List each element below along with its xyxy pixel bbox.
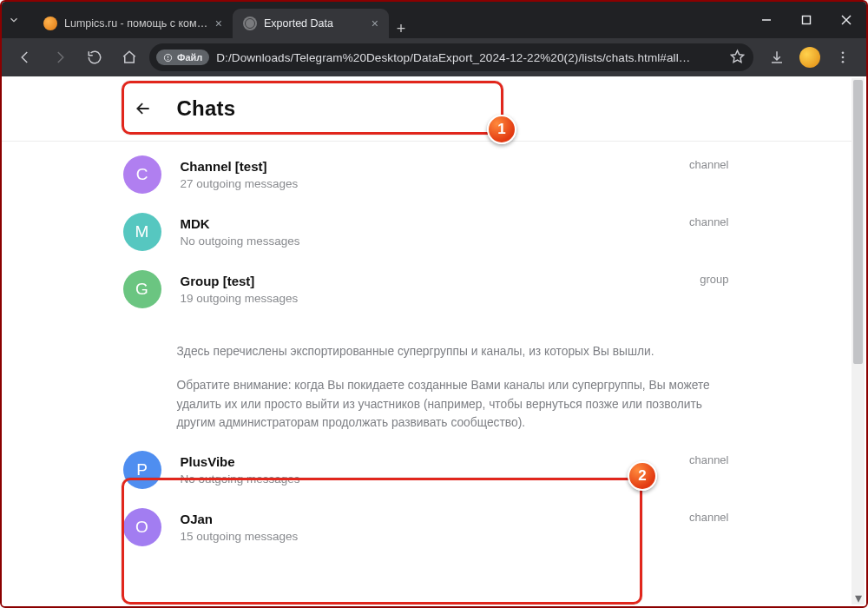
browser-tab-lumpics[interactable]: Lumpics.ru - помощь с компью × bbox=[33, 9, 233, 38]
chat-item[interactable]: P PlusVibe No outgoing messages channel bbox=[115, 441, 740, 499]
chat-type-label: channel bbox=[689, 215, 729, 228]
chat-subtitle: No outgoing messages bbox=[181, 473, 731, 486]
chat-type-label: channel bbox=[689, 453, 729, 466]
scrollbar-thumb[interactable] bbox=[853, 80, 863, 364]
browser-tab-exported-data[interactable]: Exported Data × bbox=[233, 9, 389, 38]
chat-name: PlusVibe bbox=[181, 454, 731, 469]
downloads-button[interactable] bbox=[762, 43, 792, 72]
nav-reload-button[interactable] bbox=[80, 43, 109, 72]
extension-button[interactable] bbox=[795, 43, 825, 72]
window-close-button[interactable] bbox=[826, 2, 866, 38]
chat-type-label: group bbox=[700, 273, 728, 286]
tab-title: Lumpics.ru - помощь с компью bbox=[64, 17, 208, 30]
vertical-scrollbar[interactable]: ▴ ▾ bbox=[852, 78, 865, 605]
chat-name: OJan bbox=[181, 512, 731, 526]
chat-name: Channel [test] bbox=[181, 159, 731, 174]
page-content: Chats C Channel [test] 27 outgoing messa… bbox=[2, 76, 852, 606]
avatar: O bbox=[123, 508, 161, 546]
nav-home-button[interactable] bbox=[115, 43, 144, 72]
avatar: G bbox=[123, 270, 161, 308]
extension-icon bbox=[799, 47, 820, 68]
url-scheme-badge: Файл bbox=[156, 50, 209, 65]
svg-point-9 bbox=[842, 56, 845, 59]
chat-type-label: channel bbox=[689, 158, 729, 171]
avatar: M bbox=[123, 213, 161, 251]
bookmark-star-icon[interactable] bbox=[730, 49, 745, 66]
close-icon[interactable]: × bbox=[372, 17, 378, 30]
favicon-globe-icon bbox=[243, 17, 257, 30]
chat-list: C Channel [test] 27 outgoing messages ch… bbox=[115, 141, 740, 318]
page-header: Chats bbox=[115, 76, 740, 141]
favicon-lumpics bbox=[43, 17, 57, 30]
chat-subtitle: 15 outgoing messages bbox=[181, 530, 731, 543]
svg-point-8 bbox=[842, 51, 845, 54]
nav-back-button[interactable] bbox=[10, 43, 40, 72]
left-chat-list: P PlusVibe No outgoing messages channel … bbox=[115, 439, 740, 556]
tab-strip: Lumpics.ru - помощь с компью × Exported … bbox=[26, 2, 746, 38]
chat-item[interactable]: O OJan 15 outgoing messages channel bbox=[115, 499, 740, 556]
chat-type-label: channel bbox=[689, 511, 729, 524]
svg-marker-7 bbox=[731, 50, 743, 62]
window-titlebar: Lumpics.ru - помощь с компью × Exported … bbox=[2, 2, 866, 38]
window-minimize-button[interactable] bbox=[746, 2, 786, 38]
note-paragraph: Обратите внимание: когда Вы покидаете со… bbox=[177, 376, 724, 432]
left-chats-note: Здесь перечислены экспортированные супер… bbox=[115, 318, 740, 439]
avatar: P bbox=[123, 451, 161, 489]
svg-point-10 bbox=[842, 61, 845, 63]
close-icon[interactable]: × bbox=[215, 17, 222, 30]
chat-subtitle: 19 outgoing messages bbox=[181, 292, 731, 305]
tab-title: Exported Data bbox=[264, 17, 365, 30]
avatar: C bbox=[123, 155, 161, 194]
page-title: Chats bbox=[177, 96, 236, 121]
chat-item[interactable]: M MDK No outgoing messages channel bbox=[115, 203, 740, 261]
header-divider bbox=[2, 141, 852, 142]
scroll-down-arrow-icon[interactable]: ▾ bbox=[852, 591, 865, 605]
browser-menu-button[interactable] bbox=[828, 43, 858, 72]
chat-subtitle: 27 outgoing messages bbox=[181, 177, 731, 190]
page-viewport: Chats C Channel [test] 27 outgoing messa… bbox=[2, 76, 866, 606]
nav-forward-button[interactable] bbox=[45, 43, 75, 72]
chat-item[interactable]: G Group [test] 19 outgoing messages grou… bbox=[115, 261, 740, 318]
chat-name: Group [test] bbox=[181, 274, 731, 288]
svg-point-6 bbox=[168, 59, 168, 60]
new-tab-button[interactable]: + bbox=[389, 20, 413, 38]
svg-rect-1 bbox=[803, 17, 811, 24]
chat-name: MDK bbox=[181, 216, 731, 231]
chat-item[interactable]: C Channel [test] 27 outgoing messages ch… bbox=[115, 146, 740, 203]
chat-subtitle: No outgoing messages bbox=[181, 235, 731, 248]
url-text: D:/Downloads/Telegram%20Desktop/DataExpo… bbox=[216, 51, 723, 64]
tab-search-button[interactable] bbox=[2, 2, 26, 38]
window-controls bbox=[746, 2, 866, 38]
address-bar[interactable]: Файл D:/Downloads/Telegram%20Desktop/Dat… bbox=[149, 43, 753, 71]
back-arrow-icon[interactable] bbox=[134, 99, 153, 118]
url-scheme-label: Файл bbox=[177, 52, 202, 63]
browser-toolbar: Файл D:/Downloads/Telegram%20Desktop/Dat… bbox=[2, 38, 866, 76]
note-paragraph: Здесь перечислены экспортированные супер… bbox=[177, 342, 724, 360]
window-maximize-button[interactable] bbox=[786, 2, 826, 38]
